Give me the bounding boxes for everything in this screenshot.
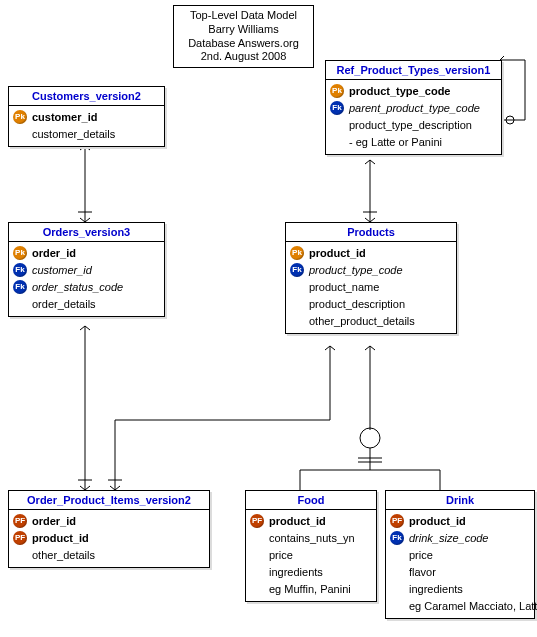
diagram-title-box: Top-Level Data Model Barry Williams Data… <box>173 5 314 68</box>
title-line: Database Answers.org <box>182 37 305 51</box>
attribute-row: product_description <box>290 295 452 312</box>
entity-title[interactable]: Products <box>286 223 456 242</box>
attribute-row: other_details <box>13 546 205 563</box>
attribute-row: Fkorder_status_code <box>13 278 160 295</box>
attribute-label: product_type_description <box>349 119 472 131</box>
attribute-row: price <box>250 546 372 563</box>
pf-badge-icon: PF <box>250 514 264 528</box>
attribute-label: eg Muffin, Panini <box>269 583 351 595</box>
pk-badge-icon: Pk <box>13 110 27 124</box>
attribute-label: customer_id <box>32 264 92 276</box>
attribute-label: product_type_code <box>309 264 403 276</box>
entity-ref-product-types: Ref_Product_Types_version1 Pkproduct_typ… <box>325 60 502 155</box>
attribute-label: order_status_code <box>32 281 123 293</box>
attribute-label: other_details <box>32 549 95 561</box>
attribute-label: contains_nuts_yn <box>269 532 355 544</box>
pk-badge-icon: Pk <box>290 246 304 260</box>
attribute-row: PFproduct_id <box>250 512 372 529</box>
attribute-label: product_id <box>269 515 326 527</box>
attribute-label: order_id <box>32 247 76 259</box>
attribute-row: Fkproduct_type_code <box>290 261 452 278</box>
attribute-row: Pkorder_id <box>13 244 160 261</box>
attribute-row: product_name <box>290 278 452 295</box>
attribute-label: ingredients <box>409 583 463 595</box>
attribute-row: customer_details <box>13 125 160 142</box>
attribute-row: eg Caramel Macciato, Latte <box>390 597 530 614</box>
entity-customers: Customers_version2 Pkcustomer_idcustomer… <box>8 86 165 147</box>
entity-order-product-items: Order_Product_Items_version2 PForder_idP… <box>8 490 210 568</box>
entity-orders: Orders_version3 Pkorder_idFkcustomer_idF… <box>8 222 165 317</box>
attribute-label: order_details <box>32 298 96 310</box>
svg-point-27 <box>506 116 514 124</box>
fk-badge-icon: Fk <box>330 101 344 115</box>
attribute-label: drink_size_code <box>409 532 489 544</box>
attribute-label: price <box>409 549 433 561</box>
svg-line-34 <box>370 346 375 350</box>
pk-badge-icon: Pk <box>13 246 27 260</box>
pf-badge-icon: PF <box>390 514 404 528</box>
pk-badge-icon: Pk <box>330 84 344 98</box>
attribute-row: contains_nuts_yn <box>250 529 372 546</box>
entity-products: Products Pkproduct_idFkproduct_type_code… <box>285 222 457 334</box>
attribute-label: parent_product_type_code <box>349 102 480 114</box>
attribute-label: product_id <box>309 247 366 259</box>
svg-line-8 <box>85 326 90 330</box>
svg-line-12 <box>325 346 330 350</box>
attribute-row: flavor <box>390 563 530 580</box>
attribute-row: product_type_description <box>330 116 497 133</box>
svg-line-19 <box>370 160 375 164</box>
entity-title[interactable]: Order_Product_Items_version2 <box>9 491 209 510</box>
attribute-row: other_product_details <box>290 312 452 329</box>
entity-title[interactable]: Food <box>246 491 376 510</box>
title-line: Barry Williams <box>182 23 305 37</box>
attribute-row: ingredients <box>250 563 372 580</box>
attribute-label: eg Caramel Macciato, Latte <box>409 600 537 612</box>
attribute-row: Fkcustomer_id <box>13 261 160 278</box>
attribute-label: product_id <box>409 515 466 527</box>
attribute-label: product_id <box>32 532 89 544</box>
entity-title[interactable]: Orders_version3 <box>9 223 164 242</box>
attribute-row: price <box>390 546 530 563</box>
title-line: Top-Level Data Model <box>182 9 305 23</box>
attribute-label: price <box>269 549 293 561</box>
attribute-label: customer_id <box>32 111 97 123</box>
attribute-label: - eg Latte or Panini <box>349 136 442 148</box>
attribute-label: customer_details <box>32 128 115 140</box>
svg-line-18 <box>365 160 370 164</box>
entity-food: Food PFproduct_idcontains_nuts_ynpricein… <box>245 490 377 602</box>
attribute-row: order_details <box>13 295 160 312</box>
attribute-row: eg Muffin, Panini <box>250 580 372 597</box>
attribute-row: - eg Latte or Panini <box>330 133 497 150</box>
svg-line-7 <box>80 326 85 330</box>
title-line: 2nd. August 2008 <box>182 50 305 64</box>
entity-title[interactable]: Ref_Product_Types_version1 <box>326 61 501 80</box>
attribute-label: flavor <box>409 566 436 578</box>
attribute-row: PFproduct_id <box>390 512 530 529</box>
svg-line-33 <box>365 346 370 350</box>
attribute-row: Fkparent_product_type_code <box>330 99 497 116</box>
svg-point-29 <box>360 428 380 448</box>
fk-badge-icon: Fk <box>390 531 404 545</box>
attribute-row: PFproduct_id <box>13 529 205 546</box>
pf-badge-icon: PF <box>13 531 27 545</box>
fk-badge-icon: Fk <box>290 263 304 277</box>
attribute-row: Pkproduct_id <box>290 244 452 261</box>
pf-badge-icon: PF <box>13 514 27 528</box>
entity-drink: Drink PFproduct_idFkdrink_size_codeprice… <box>385 490 535 619</box>
attribute-row: Fkdrink_size_code <box>390 529 530 546</box>
attribute-label: product_type_code <box>349 85 450 97</box>
entity-title[interactable]: Customers_version2 <box>9 87 164 106</box>
attribute-row: Pkproduct_type_code <box>330 82 497 99</box>
attribute-row: Pkcustomer_id <box>13 108 160 125</box>
attribute-label: product_description <box>309 298 405 310</box>
attribute-row: ingredients <box>390 580 530 597</box>
svg-line-13 <box>330 346 335 350</box>
attribute-label: other_product_details <box>309 315 415 327</box>
attribute-row: PForder_id <box>13 512 205 529</box>
fk-badge-icon: Fk <box>13 280 27 294</box>
attribute-label: product_name <box>309 281 379 293</box>
attribute-label: order_id <box>32 515 76 527</box>
fk-badge-icon: Fk <box>13 263 27 277</box>
entity-title[interactable]: Drink <box>386 491 534 510</box>
attribute-label: ingredients <box>269 566 323 578</box>
